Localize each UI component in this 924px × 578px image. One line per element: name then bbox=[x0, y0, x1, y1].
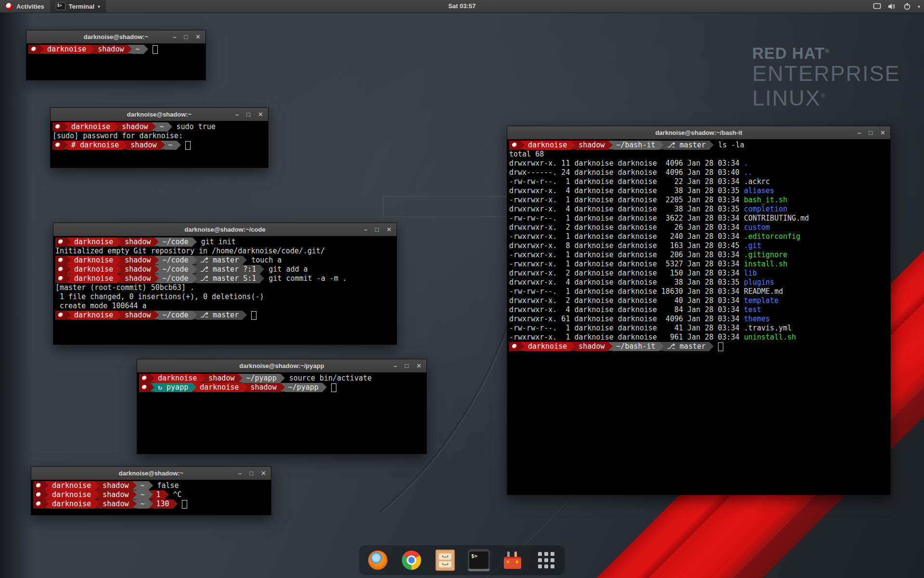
terminal-content[interactable]: darknoiseshadow~sudo true[sudo] password… bbox=[51, 121, 268, 168]
top-bar: Activities $> Terminal ▾ Sat 03:57 ▾ bbox=[0, 0, 924, 13]
chrome-icon[interactable] bbox=[400, 549, 423, 571]
powerline-separator bbox=[260, 274, 264, 283]
ls-row-filename: aliases bbox=[744, 186, 774, 196]
powerline-separator bbox=[238, 374, 243, 382]
prompt-segment-path: ~ bbox=[165, 141, 177, 150]
minimize-button[interactable]: – bbox=[235, 108, 239, 121]
terminal-line: -rwxrwxr-x. 1 darknoise darknoise 961 Ja… bbox=[509, 333, 890, 342]
ls-row-filename: template bbox=[744, 296, 779, 305]
powerline-separator bbox=[132, 499, 137, 508]
titlebar[interactable]: darknoise@shadow:~ – □ ✕ bbox=[51, 108, 268, 121]
terminal-line: ↻ pyappdarknoiseshadow~/pyapp bbox=[139, 383, 426, 392]
powerline-separator bbox=[117, 256, 121, 264]
distro-icon bbox=[31, 47, 37, 52]
prompt-segment-host: shadow bbox=[247, 383, 281, 392]
titlebar[interactable]: darknoise@shadow:~ – □ ✕ bbox=[26, 30, 205, 44]
terminal-content[interactable]: darknoiseshadow~/pyappsource bin/activat… bbox=[137, 372, 426, 454]
ls-row-meta: -rw-rw-r--. 1 darknoise darknoise 3622 J… bbox=[509, 214, 744, 223]
terminal-icon[interactable]: $> bbox=[468, 549, 490, 571]
activities-button[interactable]: Activities bbox=[0, 0, 50, 13]
distro-icon bbox=[58, 267, 64, 272]
terminal-line: darknoiseshadow~/bash-it⎇ masterls -la bbox=[509, 141, 890, 150]
powerline-separator bbox=[149, 481, 153, 490]
prompt-segment-path: ~ bbox=[156, 122, 167, 131]
close-button[interactable]: ✕ bbox=[258, 108, 263, 121]
terminal-content[interactable]: darknoiseshadow~/codegit initInitialized… bbox=[53, 236, 397, 344]
powerline-separator bbox=[192, 265, 197, 274]
maximize-button[interactable]: □ bbox=[405, 359, 409, 372]
titlebar[interactable]: darknoise@shadow:~/code – □ ✕ bbox=[53, 223, 397, 236]
maximize-button[interactable]: □ bbox=[869, 126, 873, 139]
terminal-line: drwxrwxr-x. 2 darknoise darknoise 26 Jan… bbox=[509, 223, 890, 232]
ls-row-meta: drwxrwxr-x. 11 darknoise darknoise 4096 … bbox=[509, 159, 744, 168]
ls-row-meta: drwxrwxr-x. 4 darknoise darknoise 38 Jan… bbox=[509, 205, 744, 214]
toolbox-icon[interactable] bbox=[501, 549, 524, 571]
close-button[interactable]: ✕ bbox=[386, 223, 392, 236]
terminal-cursor bbox=[182, 500, 187, 509]
minimize-button[interactable]: – bbox=[238, 467, 242, 480]
ls-row-meta: -rw-rw-r--. 1 darknoise darknoise 18630 … bbox=[509, 287, 744, 296]
powerline-separator bbox=[520, 342, 525, 351]
close-button[interactable]: ✕ bbox=[416, 359, 422, 372]
show-applications-icon[interactable] bbox=[535, 549, 557, 571]
titlebar[interactable]: darknoise@shadow:~/bash-it – □ ✕ bbox=[507, 126, 890, 140]
ls-row-meta: drwxrwxr-x. 4 darknoise darknoise 38 Jan… bbox=[509, 278, 744, 287]
prompt-segment-user: darknoise bbox=[71, 274, 117, 283]
app-menu-terminal[interactable]: $> Terminal ▾ bbox=[50, 0, 106, 13]
maximize-button[interactable]: □ bbox=[375, 223, 379, 236]
powerline-separator bbox=[192, 274, 197, 283]
window-title: darknoise@shadow:~/pyapp bbox=[137, 359, 426, 372]
powerline-separator bbox=[128, 45, 132, 53]
close-button[interactable]: ✕ bbox=[195, 30, 201, 43]
terminal-cursor bbox=[153, 45, 158, 54]
terminal-line: darknoiseshadow~1^C bbox=[33, 490, 271, 499]
firefox-icon[interactable] bbox=[367, 549, 389, 571]
maximize-button[interactable]: □ bbox=[246, 108, 250, 121]
terminal-content[interactable]: darknoiseshadow~ bbox=[26, 43, 205, 80]
prompt-segment-git: ⎇ master S:1 bbox=[197, 274, 260, 283]
powerline-separator bbox=[95, 490, 99, 499]
clock[interactable]: Sat 03:57 bbox=[448, 0, 475, 13]
ls-row-filename: themes bbox=[744, 315, 770, 324]
maximize-button[interactable]: □ bbox=[184, 30, 188, 43]
output-text: 1 file changed, 0 insertions(+), 0 delet… bbox=[55, 292, 264, 302]
terminal-line: darknoiseshadow~false bbox=[33, 481, 271, 490]
terminal-content[interactable]: darknoiseshadow~/bash-it⎇ masterls -lato… bbox=[507, 139, 890, 495]
command-text: git commit -a -m . bbox=[264, 274, 347, 283]
minimize-button[interactable]: – bbox=[858, 126, 861, 139]
titlebar[interactable]: darknoise@shadow:~/pyapp – □ ✕ bbox=[137, 359, 426, 373]
terminal-line: Initialized empty Git repository in /hom… bbox=[55, 247, 397, 256]
command-text: git add a bbox=[264, 265, 308, 274]
powerline-separator bbox=[123, 141, 127, 149]
close-button[interactable]: ✕ bbox=[880, 126, 886, 139]
terminal-line: -rwxrwxr-x. 1 darknoise darknoise 240 Ja… bbox=[509, 232, 890, 241]
file-manager-icon[interactable] bbox=[434, 549, 456, 571]
terminal-line: darknoiseshadow~/code⎇ master ?:1git add… bbox=[55, 265, 397, 274]
ls-row-filename: custom bbox=[744, 223, 770, 232]
prompt-segment-host: shadow bbox=[118, 122, 152, 131]
minimize-button[interactable]: – bbox=[173, 30, 176, 43]
minimize-button[interactable]: – bbox=[394, 359, 397, 372]
terminal-line: darknoiseshadow~/code⎇ master S:1git com… bbox=[55, 274, 397, 283]
powerline-separator bbox=[154, 311, 159, 319]
minimize-button[interactable]: – bbox=[364, 223, 367, 236]
terminal-line: 1 file changed, 0 insertions(+), 0 delet… bbox=[55, 292, 397, 302]
powerline-separator bbox=[117, 274, 121, 283]
prompt-segment-exit: 1 bbox=[153, 490, 165, 499]
powerline-separator bbox=[659, 141, 664, 149]
distro-icon bbox=[58, 258, 64, 263]
terminal-window-code: darknoise@shadow:~/code – □ ✕ darknoises… bbox=[53, 223, 397, 345]
terminal-content[interactable]: darknoiseshadow~falsedarknoiseshadow~1^C… bbox=[31, 480, 271, 515]
status-area[interactable]: ▾ bbox=[873, 0, 920, 13]
titlebar[interactable]: darknoise@shadow:~ – □ ✕ bbox=[31, 467, 271, 480]
maximize-button[interactable]: □ bbox=[249, 467, 253, 480]
close-button[interactable]: ✕ bbox=[261, 467, 266, 480]
ls-row-filename: .. bbox=[744, 168, 753, 177]
terminal-line: drwxrwxr-x. 4 darknoise darknoise 38 Jan… bbox=[509, 205, 890, 214]
terminal-window-sudo: darknoise@shadow:~ – □ ✕ darknoiseshadow… bbox=[50, 107, 269, 168]
powerline-separator bbox=[150, 374, 154, 382]
window-title: darknoise@shadow:~/code bbox=[53, 223, 397, 236]
powerline-separator bbox=[192, 256, 197, 264]
powerline-separator bbox=[192, 237, 197, 246]
terminal-line: drwxrwxr-x. 2 darknoise darknoise 40 Jan… bbox=[509, 296, 890, 305]
